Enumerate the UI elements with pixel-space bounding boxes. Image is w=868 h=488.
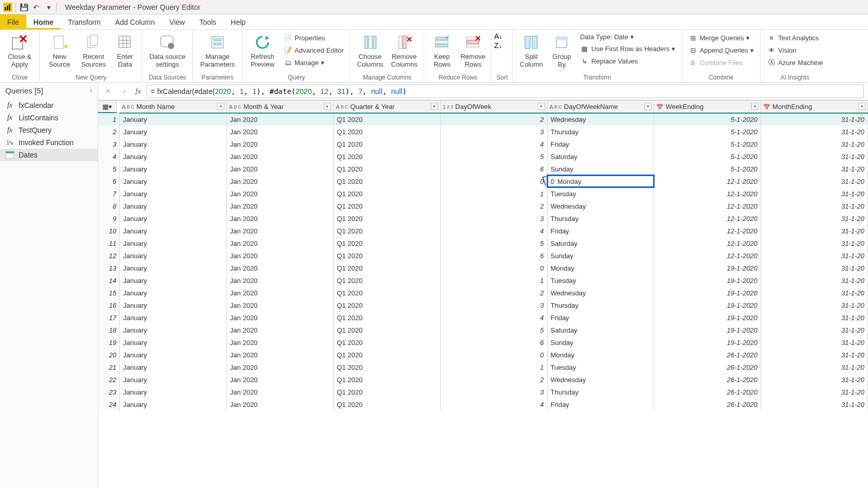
choose-columns-button[interactable]: Choose Columns: [354, 32, 385, 69]
row-number[interactable]: 18: [98, 324, 120, 336]
cell[interactable]: Wednesday: [547, 113, 654, 125]
cell[interactable]: January: [120, 175, 227, 187]
cell[interactable]: January: [120, 274, 227, 287]
cell[interactable]: 3: [440, 299, 547, 311]
cell[interactable]: January: [120, 398, 227, 411]
cell[interactable]: 31-1-20: [761, 212, 868, 225]
cell[interactable]: 31-1-20: [761, 200, 868, 212]
table-row[interactable]: 20JanuaryJan 2020Q1 20200Monday26-1-2020…: [98, 349, 868, 361]
row-number[interactable]: 23: [98, 386, 120, 398]
row-number[interactable]: 20: [98, 349, 120, 361]
cell[interactable]: January: [120, 349, 227, 361]
cell[interactable]: Jan 2020: [227, 138, 334, 150]
cell[interactable]: 19-1-2020: [654, 287, 761, 299]
cell[interactable]: Thursday: [547, 212, 654, 225]
cell[interactable]: January: [120, 113, 227, 125]
group-by-button[interactable]: Group By: [549, 32, 575, 69]
column-header-monthending[interactable]: 📅MonthEnding▾: [761, 101, 868, 113]
close-apply-button[interactable]: Close & Apply: [4, 32, 35, 69]
cell[interactable]: 6: [440, 249, 547, 262]
row-number[interactable]: 22: [98, 373, 120, 386]
cell[interactable]: Q1 2020: [333, 262, 440, 274]
table-row[interactable]: 5JanuaryJan 2020Q1 20206Sunday5-1-202031…: [98, 163, 868, 175]
column-header-month-year[interactable]: ABCMonth & Year▾: [227, 101, 334, 113]
enter-data-button[interactable]: Enter Data: [112, 32, 138, 69]
row-number[interactable]: 19: [98, 336, 120, 349]
table-row[interactable]: 23JanuaryJan 2020Q1 20203Thursday26-1-20…: [98, 386, 868, 398]
row-number[interactable]: 24: [98, 398, 120, 411]
cell[interactable]: 31-1-20: [761, 274, 868, 287]
row-number[interactable]: 2: [98, 125, 120, 138]
cell[interactable]: Jan 2020: [227, 324, 334, 336]
cell[interactable]: Q1 2020: [333, 237, 440, 249]
tab-help[interactable]: Help: [224, 14, 253, 29]
cell[interactable]: Q1 2020: [333, 175, 440, 187]
cell[interactable]: 31-1-20: [761, 225, 868, 237]
cell[interactable]: January: [120, 249, 227, 262]
filter-dropdown-icon[interactable]: ▾: [431, 103, 438, 110]
cell[interactable]: 31-1-20: [761, 386, 868, 398]
cell[interactable]: 12-1-2020: [654, 187, 761, 200]
keep-rows-button[interactable]: ✓ Keep Rows: [428, 32, 455, 69]
column-header-dayofweekname[interactable]: ABCDayOfWeekName▾: [547, 101, 654, 113]
cell[interactable]: January: [120, 311, 227, 324]
cell[interactable]: Friday: [547, 138, 654, 150]
cell[interactable]: 31-1-20: [761, 324, 868, 336]
cell[interactable]: 12-1-2020: [654, 237, 761, 249]
cell[interactable]: Wednesday: [547, 200, 654, 212]
cell[interactable]: Q1 2020: [333, 324, 440, 336]
table-row[interactable]: 19JanuaryJan 2020Q1 20206Sunday19-1-2020…: [98, 336, 868, 349]
row-number[interactable]: 14: [98, 274, 120, 287]
cell[interactable]: 5: [440, 150, 547, 163]
cell[interactable]: 5-1-2020: [654, 138, 761, 150]
cell[interactable]: Q1 2020: [333, 225, 440, 237]
filter-dropdown-icon[interactable]: ▾: [538, 103, 545, 110]
cell[interactable]: Jan 2020: [227, 200, 334, 212]
cell[interactable]: Q1 2020: [333, 373, 440, 386]
query-item-fxcalendar[interactable]: fxfxCalendar: [0, 99, 98, 112]
cell[interactable]: January: [120, 361, 227, 373]
cell[interactable]: 5-1-2020: [654, 150, 761, 163]
cell[interactable]: Wednesday: [547, 373, 654, 386]
cell[interactable]: Jan 2020: [227, 336, 334, 349]
cell[interactable]: 12-1-2020: [654, 175, 761, 187]
cell[interactable]: Jan 2020: [227, 212, 334, 225]
save-icon[interactable]: 💾: [19, 3, 28, 12]
cell[interactable]: Jan 2020: [227, 125, 334, 138]
azure-ml-button[interactable]: ⒶAzure Machine: [765, 57, 825, 68]
cell[interactable]: Q1 2020: [333, 125, 440, 138]
table-row[interactable]: 14JanuaryJan 2020Q1 20201Tuesday19-1-202…: [98, 274, 868, 287]
cell[interactable]: Jan 2020: [227, 150, 334, 163]
cell[interactable]: Jan 2020: [227, 225, 334, 237]
cell[interactable]: 2: [440, 287, 547, 299]
query-item-listcontains[interactable]: fxListContains: [0, 112, 98, 124]
new-source-button[interactable]: ✶ New Source: [44, 32, 75, 69]
manage-parameters-button[interactable]: Manage Parameters: [197, 32, 238, 69]
cell[interactable]: Jan 2020: [227, 187, 334, 200]
row-number[interactable]: 10: [98, 225, 120, 237]
cell[interactable]: 1: [440, 274, 547, 287]
tab-transform[interactable]: Transform: [60, 14, 107, 29]
cell[interactable]: 26-1-2020: [654, 361, 761, 373]
cell[interactable]: January: [120, 187, 227, 200]
cell[interactable]: Jan 2020: [227, 262, 334, 274]
cell[interactable]: 31-1-20: [761, 125, 868, 138]
column-header-quarter-year[interactable]: ABCQuarter & Year▾: [333, 101, 440, 113]
cell[interactable]: 31-1-20: [761, 262, 868, 274]
cell[interactable]: Jan 2020: [227, 373, 334, 386]
merge-queries-button[interactable]: ⊞Merge Queries ▾: [686, 32, 756, 43]
cell[interactable]: 31-1-20: [761, 175, 868, 187]
cell[interactable]: 19-1-2020: [654, 262, 761, 274]
row-number[interactable]: 21: [98, 361, 120, 373]
tab-view[interactable]: View: [162, 14, 192, 29]
cell[interactable]: 6: [440, 336, 547, 349]
cell[interactable]: 31-1-20: [761, 138, 868, 150]
row-number[interactable]: 7: [98, 187, 120, 200]
cell[interactable]: Thursday: [547, 299, 654, 311]
cell[interactable]: Q1 2020: [333, 336, 440, 349]
row-number[interactable]: 11: [98, 237, 120, 249]
text-analytics-button[interactable]: ≡Text Analytics: [765, 32, 825, 43]
tab-home[interactable]: Home: [26, 14, 61, 29]
cell[interactable]: Q1 2020: [333, 299, 440, 311]
table-row[interactable]: 10JanuaryJan 2020Q1 20204Friday12-1-2020…: [98, 225, 868, 237]
